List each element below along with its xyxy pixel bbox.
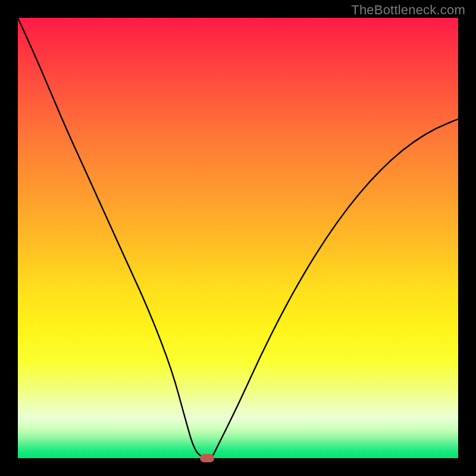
optimal-marker bbox=[200, 454, 214, 462]
chart-frame: TheBottleneck.com bbox=[0, 0, 476, 476]
watermark-text: TheBottleneck.com bbox=[351, 2, 465, 18]
bottleneck-curve bbox=[18, 18, 458, 458]
curve-layer bbox=[18, 18, 458, 458]
